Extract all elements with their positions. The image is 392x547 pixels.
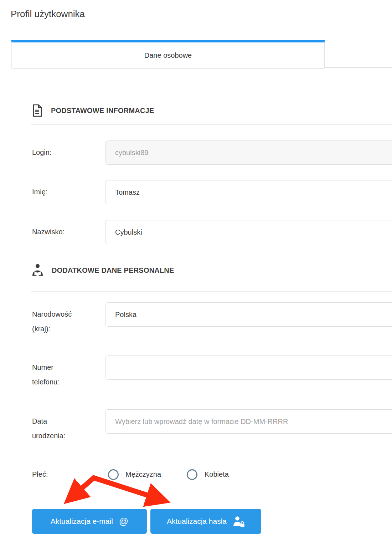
tab-dane-osobowe[interactable]: Dane osobowe	[11, 40, 325, 68]
first-name-input[interactable]	[105, 180, 392, 204]
profile-page: Profil użytkownika Dane osobowe PODSTAWO…	[0, 0, 392, 547]
section-title: DODATKOWE DANE PERSONALNE	[52, 266, 174, 275]
section-personal-data: DODATKOWE DANE PERSONALNE	[32, 264, 174, 277]
update-email-label: Aktualizacja e-mail	[51, 517, 113, 526]
section-title: PODSTAWOWE INFORMACJE	[51, 107, 154, 115]
first-name-label: Imię:	[32, 185, 47, 199]
section-divider	[31, 291, 392, 292]
gender-label: Płeć:	[32, 467, 48, 482]
page-title: Profil użytkownika	[11, 9, 85, 20]
document-icon	[32, 104, 42, 117]
at-icon: @	[119, 517, 128, 526]
last-name-input[interactable]	[105, 220, 392, 244]
update-email-button[interactable]: Aktualizacja e-mail @	[32, 509, 147, 534]
gender-option-female-label: Kobieta	[205, 467, 229, 482]
tabbar	[325, 40, 392, 68]
gender-option-male-label: Mężczyzna	[125, 467, 161, 482]
phone-input[interactable]	[105, 356, 392, 380]
birth-date-input[interactable]	[105, 409, 392, 434]
tab-label: Dane osobowe	[144, 51, 192, 60]
update-password-label: Aktualizacja hasła	[167, 517, 227, 526]
person-lock-icon	[233, 516, 245, 527]
login-input[interactable]	[105, 140, 392, 165]
section-divider	[31, 124, 392, 125]
phone-label: Numer telefonu:	[32, 360, 82, 389]
last-name-label: Nazwisko:	[32, 225, 65, 239]
login-label: Login:	[32, 145, 52, 160]
birth-date-label: Data urodzenia:	[32, 414, 82, 443]
nationality-input[interactable]	[105, 302, 392, 327]
nationality-label: Narodowość (kraj):	[32, 307, 82, 336]
gender-radio-male[interactable]	[108, 469, 119, 480]
section-basic-info: PODSTAWOWE INFORMACJE	[32, 104, 154, 117]
person-icon	[32, 264, 43, 277]
update-password-button[interactable]: Aktualizacja hasła	[150, 509, 261, 534]
gender-radio-female[interactable]	[187, 469, 197, 480]
